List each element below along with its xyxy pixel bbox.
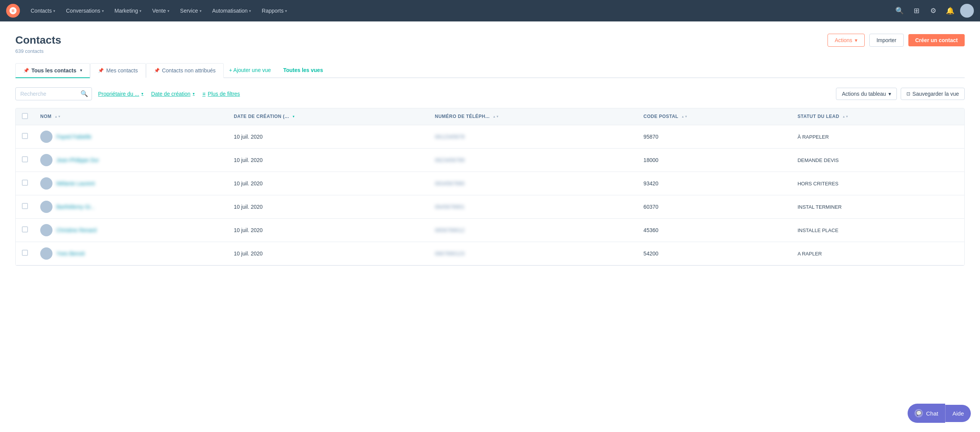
- contact-status: A RAPLER: [792, 242, 964, 265]
- search-icon[interactable]: 🔍: [893, 4, 906, 18]
- date-creation-filter[interactable]: Date de création ▾: [149, 88, 196, 100]
- col-date-creation: DATE DE CRÉATION (... ▼: [228, 108, 429, 125]
- table-row: Jean-Philippe Dur 10 juil. 2020 06234567…: [16, 148, 964, 172]
- row-checkbox[interactable]: [22, 180, 28, 186]
- nav-vente[interactable]: Vente ▾: [147, 5, 174, 17]
- sauvegarder-vue-button[interactable]: ⊡ Sauvegarder la vue: [901, 88, 965, 100]
- sort-icon[interactable]: ▲▼: [681, 115, 688, 118]
- contact-name-cell: Jean-Philippe Dur: [34, 148, 228, 172]
- chat-button[interactable]: 💬 Chat: [908, 404, 945, 423]
- chevron-down-icon: ▾: [200, 9, 202, 13]
- contact-avatar: [40, 201, 52, 213]
- pin-icon: 📌: [154, 68, 160, 73]
- sort-icon-active[interactable]: ▼: [292, 115, 295, 118]
- contact-status: DEMANDE DEVIS: [792, 148, 964, 172]
- chevron-down-icon: ▾: [249, 9, 251, 13]
- contact-status: À RAPPELER: [792, 125, 964, 148]
- page-title-section: Contacts 639 contacts: [15, 34, 61, 54]
- tab-mes-contacts[interactable]: 📌 Mes contacts: [90, 63, 146, 78]
- select-all-checkbox[interactable]: [22, 113, 28, 119]
- actions-tableau-button[interactable]: Actions du tableau ▾: [836, 88, 896, 100]
- select-all-header[interactable]: [16, 108, 34, 125]
- chevron-down-icon: ▾: [139, 9, 141, 13]
- contact-avatar: [40, 247, 52, 260]
- nav-marketing[interactable]: Marketing ▾: [110, 5, 146, 17]
- add-view-button[interactable]: + Ajouter une vue: [224, 63, 276, 77]
- chat-widget: 💬 Chat Aide: [908, 404, 971, 423]
- contact-date: 10 juil. 2020: [228, 125, 429, 148]
- row-checkbox[interactable]: [22, 226, 28, 232]
- row-checkbox[interactable]: [22, 156, 28, 162]
- contact-postal: 54200: [637, 242, 792, 265]
- contact-phone: 0623456789: [429, 148, 637, 172]
- marketplace-icon[interactable]: ⊞: [910, 4, 923, 18]
- row-checkbox-cell: [16, 172, 34, 195]
- chevron-down-icon: ▾: [285, 9, 287, 13]
- table-row: Christine Renard 10 juil. 2020 065678901…: [16, 218, 964, 242]
- row-checkbox-cell: [16, 218, 34, 242]
- nav-conversations[interactable]: Conversations ▾: [61, 5, 108, 17]
- table-row: Barthélemy Gi... 10 juil. 2020 064567890…: [16, 195, 964, 218]
- contact-name-link[interactable]: Yves Benoit: [56, 250, 85, 257]
- contact-name-link[interactable]: Jean-Philippe Dur: [56, 157, 99, 163]
- create-contact-button[interactable]: Créer un contact: [908, 34, 965, 46]
- nav-contacts[interactable]: Contacts ▾: [26, 5, 60, 17]
- contact-date: 10 juil. 2020: [228, 148, 429, 172]
- proprietaire-filter[interactable]: Propriétaire du ... ▾: [97, 88, 145, 100]
- nav-rapports[interactable]: Rapports ▾: [257, 5, 292, 17]
- contact-date: 10 juil. 2020: [228, 218, 429, 242]
- nav-automatisation[interactable]: Automatisation ▾: [208, 5, 256, 17]
- contact-avatar: [40, 224, 52, 236]
- sort-icon[interactable]: ▲▼: [54, 115, 61, 118]
- contact-phone: 0634567890: [429, 172, 637, 195]
- contact-postal: 18000: [637, 148, 792, 172]
- nav-service[interactable]: Service ▾: [175, 5, 206, 17]
- contact-postal: 60370: [637, 195, 792, 218]
- contact-phone: 0645678901: [429, 195, 637, 218]
- tab-tous-les-contacts[interactable]: 📌 Tous les contacts ▾: [15, 63, 90, 78]
- actions-button[interactable]: Actions ▾: [828, 34, 865, 47]
- contact-date: 10 juil. 2020: [228, 195, 429, 218]
- import-button[interactable]: Importer: [869, 34, 904, 47]
- contact-name-link[interactable]: Christine Renard: [56, 227, 97, 233]
- settings-icon[interactable]: ⚙: [926, 4, 940, 18]
- hubspot-logo[interactable]: [6, 4, 20, 18]
- chevron-down-icon: ▾: [53, 9, 55, 13]
- contact-name-link[interactable]: Fayed Fabielle: [56, 134, 92, 140]
- pin-icon: 📌: [98, 68, 104, 73]
- chevron-down-icon: ▾: [141, 92, 143, 96]
- contacts-tabs: 📌 Tous les contacts ▾ 📌 Mes contacts 📌 C…: [15, 63, 965, 78]
- sort-icon[interactable]: ▲▼: [493, 115, 499, 118]
- avatar[interactable]: [960, 4, 974, 18]
- contact-date: 10 juil. 2020: [228, 172, 429, 195]
- col-statut-lead: STATUT DU LEAD ▲▼: [792, 108, 964, 125]
- col-code-postal: CODE POSTAL ▲▼: [637, 108, 792, 125]
- contact-phone: 0667890123: [429, 242, 637, 265]
- plus-filtres-button[interactable]: ≡ Plus de filtres: [201, 88, 241, 100]
- search-box: 🔍: [15, 87, 92, 100]
- chat-icon: 💬: [914, 409, 923, 417]
- contact-name-link[interactable]: Mélanie Laurent: [56, 180, 95, 187]
- tab-contacts-non-attribues[interactable]: 📌 Contacts non attribués: [146, 63, 224, 78]
- contacts-count: 639 contacts: [15, 48, 61, 54]
- contact-phone: 0612345678: [429, 125, 637, 148]
- row-checkbox[interactable]: [22, 250, 28, 256]
- row-checkbox[interactable]: [22, 203, 28, 209]
- row-checkbox-cell: [16, 242, 34, 265]
- aide-button[interactable]: Aide: [945, 405, 971, 422]
- contact-name-link[interactable]: Barthélemy Gi...: [56, 204, 95, 210]
- contact-date: 10 juil. 2020: [228, 242, 429, 265]
- row-checkbox[interactable]: [22, 133, 28, 139]
- search-icon[interactable]: 🔍: [80, 90, 88, 97]
- contact-postal: 45360: [637, 218, 792, 242]
- all-views-button[interactable]: Toutes les vues: [278, 63, 328, 77]
- contact-postal: 95870: [637, 125, 792, 148]
- col-nom: NOM ▲▼: [34, 108, 228, 125]
- sort-icon[interactable]: ▲▼: [842, 115, 849, 118]
- contact-avatar: [40, 131, 52, 143]
- notifications-icon[interactable]: 🔔: [943, 4, 957, 18]
- contact-name-cell: Fayed Fabielle: [34, 125, 228, 148]
- contact-name-cell: Yves Benoit: [34, 242, 228, 265]
- filters-right: Actions du tableau ▾ ⊡ Sauvegarder la vu…: [836, 88, 965, 100]
- contacts-table: NOM ▲▼ DATE DE CRÉATION (... ▼ NUMÉRO DE…: [15, 108, 965, 266]
